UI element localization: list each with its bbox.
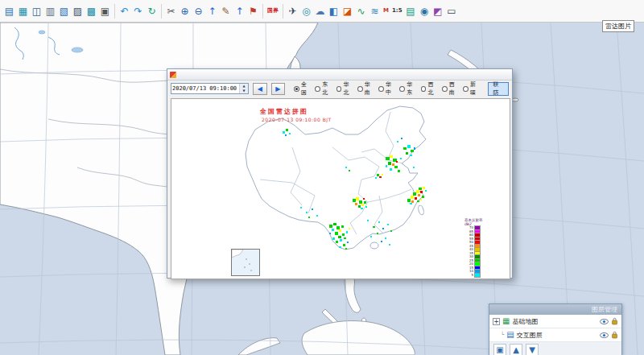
legend-entry: 5 <box>464 274 492 278</box>
visibility-eye-icon[interactable] <box>600 332 609 339</box>
layer-row-base-map[interactable]: + ▦ 基础地图 <box>489 315 621 328</box>
globe-icon[interactable]: ◎ <box>299 4 313 19</box>
lock-icon[interactable] <box>611 331 618 339</box>
layer-row-interactive[interactable]: └ ▤ 交互图层 <box>489 328 621 342</box>
radio-icon[interactable] <box>442 86 448 92</box>
toolbar-separator <box>283 4 283 19</box>
interactive-layer-icon: ▤ <box>506 331 514 339</box>
radar-mosaic-svg: 全国雷达拼图 2020-07-13 09:10:00 BJT <box>171 99 510 279</box>
layer-row-label: 基础地图 <box>512 317 538 326</box>
radio-icon[interactable] <box>399 86 405 92</box>
satellite-cloud-icon[interactable]: ☁ <box>313 4 327 19</box>
area-chart-icon[interactable]: ◩ <box>431 4 445 19</box>
layer-panel-title: 图层管理 <box>592 305 617 314</box>
region-option-华东[interactable]: 华东 <box>399 80 417 97</box>
map-window-icon[interactable]: ▦ <box>16 4 30 19</box>
save-icon[interactable]: ◫ <box>30 4 43 19</box>
scale-ratio-icon[interactable]: 1:5 <box>390 4 404 19</box>
data-source-icon[interactable]: ▨ <box>71 4 85 19</box>
toolbar-separator <box>262 4 263 19</box>
export-image-icon[interactable]: ▧ <box>57 4 71 19</box>
region-option-全国[interactable]: 全国 <box>294 80 312 97</box>
layer-panel-footer: ▣▲▼ <box>489 342 621 355</box>
radar-dialog[interactable]: ▲ ▼ ◀ ▶ 全国东北华北华南华中华东西北西南新疆 联防 <box>167 68 513 279</box>
region-option-华中[interactable]: 华中 <box>378 80 396 97</box>
annotate-icon[interactable]: ✎ <box>219 4 233 19</box>
inset-map-svg <box>232 250 259 275</box>
radio-icon[interactable] <box>294 86 299 92</box>
radio-label: 全国 <box>301 80 312 97</box>
radio-icon[interactable] <box>378 86 384 92</box>
visibility-eye-icon[interactable] <box>600 318 609 325</box>
map-layer-icon: ▦ <box>502 317 510 325</box>
dialog-app-icon <box>170 72 176 78</box>
layer-up-icon[interactable]: ▲ <box>510 344 522 355</box>
radio-icon[interactable] <box>463 86 469 92</box>
layer-row-label: 交互图层 <box>517 331 543 340</box>
database-icon[interactable]: ▤ <box>404 4 418 19</box>
flag-mark-icon[interactable]: ⚑ <box>246 4 260 19</box>
toolbar-separator <box>161 4 162 19</box>
china-outline <box>246 106 426 250</box>
tree-branch-icon: └ <box>501 332 504 338</box>
radar-image[interactable]: 全国雷达拼图 2020-07-13 09:10:00 BJT 基本反射率 dBZ… <box>171 98 510 279</box>
radar-timestamp: 2020-07-13 09:10:00 BJT <box>262 117 332 123</box>
line-chart-icon[interactable]: ∿ <box>354 4 368 19</box>
layer-down-icon[interactable]: ▼ <box>526 344 539 355</box>
expand-icon[interactable]: + <box>493 318 500 325</box>
zoom-in-icon[interactable]: ⊕ <box>178 4 192 19</box>
radio-icon[interactable] <box>336 86 342 92</box>
layer-stack-icon[interactable]: ◧ <box>327 4 341 19</box>
south-china-sea-inset <box>231 249 260 276</box>
radio-label: 新疆 <box>470 80 481 97</box>
radar-legend-box: 基本反射率 dBZ 706560555045403530252015105 <box>464 218 492 277</box>
region-option-东北[interactable]: 东北 <box>315 80 332 97</box>
refresh-icon[interactable]: ↻ <box>145 4 159 19</box>
radio-label: 华中 <box>386 80 396 97</box>
print-icon[interactable]: ▥ <box>43 4 57 19</box>
datetime-field[interactable]: ▲ ▼ <box>171 83 249 94</box>
layer-manager-panel[interactable]: 图层管理 + ▦ 基础地图 └ ▤ 交互图层 ▣▲▼ <box>489 303 622 355</box>
region-option-新疆[interactable]: 新疆 <box>463 80 481 97</box>
region-option-华北[interactable]: 华北 <box>336 80 354 97</box>
toolbar-tooltip: 雷达图片 <box>602 20 634 32</box>
region-option-西北[interactable]: 西北 <box>421 80 439 97</box>
datetime-input[interactable] <box>171 85 239 92</box>
dialog-toolbar: ▲ ▼ ◀ ▶ 全国东北华北华南华中华东西北西南新疆 联防 <box>167 80 512 97</box>
pan-up-icon[interactable]: ↑ <box>205 4 219 19</box>
national-boundary-icon[interactable]: 国界 <box>266 4 280 19</box>
datetime-spinner[interactable]: ▲ ▼ <box>239 84 248 93</box>
redo-icon[interactable]: ↷ <box>131 4 145 19</box>
globe-2-icon[interactable]: ◉ <box>418 4 431 19</box>
main-toolbar: ▤▦◫▥▧▨▩▣↶↷↻✂⊕⊖↑✎↑⚑国界✈◎☁◧◪∿≋M1:5▤◉◩▭ <box>0 0 644 23</box>
station-plot-icon[interactable]: ▩ <box>85 4 98 19</box>
move-up-icon[interactable]: ↑ <box>233 4 246 19</box>
radio-icon[interactable] <box>315 86 320 92</box>
cut-icon[interactable]: ✂ <box>164 4 178 19</box>
monitor-icon[interactable]: ▭ <box>445 4 459 19</box>
joint-defense-button[interactable]: 联防 <box>488 82 509 96</box>
open-data-icon[interactable]: ▤ <box>2 4 16 19</box>
region-option-华南[interactable]: 华南 <box>357 80 375 97</box>
settings-grid-icon[interactable]: ▣ <box>98 4 112 19</box>
prev-time-button[interactable]: ◀ <box>253 83 267 95</box>
radar-legend: 706560555045403530252015105 <box>464 226 492 277</box>
bar-chart-icon[interactable]: ◪ <box>341 4 354 19</box>
radio-label: 华南 <box>365 80 375 97</box>
micaps-m-icon[interactable]: M <box>382 4 390 19</box>
spinner-down-icon[interactable]: ▼ <box>240 89 248 93</box>
region-option-西南[interactable]: 西南 <box>442 80 460 97</box>
wave-analysis-icon[interactable]: ≋ <box>368 4 382 19</box>
layer-panel-header[interactable]: 图层管理 <box>489 304 621 315</box>
lock-icon[interactable] <box>611 317 618 325</box>
add-layer-icon[interactable]: ▣ <box>493 344 506 355</box>
radio-icon[interactable] <box>357 86 363 92</box>
undo-icon[interactable]: ↶ <box>118 4 131 19</box>
next-time-button[interactable]: ▶ <box>271 83 286 95</box>
radio-icon[interactable] <box>421 86 427 92</box>
dialog-titlebar[interactable] <box>167 69 512 80</box>
flight-track-icon[interactable]: ✈ <box>286 4 299 19</box>
toolbar-separator <box>114 4 115 19</box>
radio-label: 西北 <box>427 80 438 97</box>
zoom-out-icon[interactable]: ⊖ <box>192 4 205 19</box>
